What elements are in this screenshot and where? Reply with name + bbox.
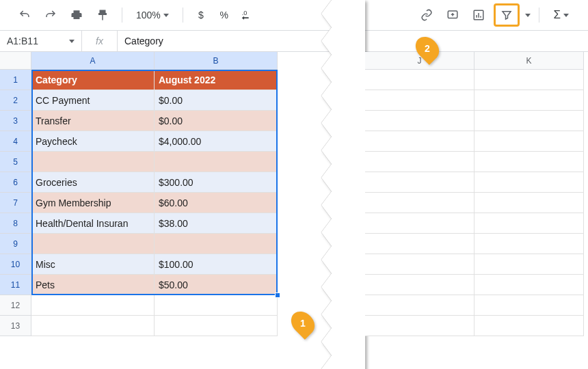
zoom-dropdown[interactable]: 100% (131, 10, 174, 20)
divider (539, 8, 539, 23)
cell[interactable] (365, 70, 475, 90)
row-header[interactable]: 10 (0, 254, 31, 275)
table-row: 12 (0, 295, 301, 316)
cell[interactable] (475, 254, 584, 275)
cell[interactable]: Gym Membership (31, 193, 155, 213)
cell[interactable] (475, 131, 584, 152)
cell[interactable]: $60.00 (155, 193, 278, 213)
cell[interactable]: Health/Dental Insuran (31, 213, 155, 234)
format-currency-button[interactable]: $ (191, 4, 211, 26)
table-row: 7 Gym Membership $60.00 (0, 193, 301, 213)
cell[interactable] (31, 234, 155, 254)
table-row: 10 Misc $100.00 (0, 254, 301, 275)
cell[interactable]: $50.00 (155, 275, 278, 295)
cell[interactable]: Groceries (31, 172, 155, 193)
cell[interactable] (475, 70, 584, 90)
row-header[interactable]: 4 (0, 131, 31, 152)
insert-chart-button[interactable] (468, 4, 490, 26)
decrease-decimal-button[interactable]: .0 (238, 4, 257, 26)
insert-link-button[interactable] (416, 4, 438, 26)
row-header[interactable]: 13 (0, 316, 31, 336)
select-all-corner[interactable] (0, 52, 31, 70)
divider (183, 8, 183, 23)
row-header[interactable]: 8 (0, 213, 31, 234)
grid-left: A B 1 Category August 2022 2 CC Payment … (0, 52, 301, 369)
formula-bar[interactable]: Category (118, 31, 588, 51)
chevron-down-icon (163, 14, 169, 17)
cell[interactable] (475, 275, 584, 295)
cell[interactable] (365, 131, 475, 152)
row-header[interactable]: 6 (0, 172, 31, 193)
cell[interactable] (365, 234, 475, 254)
col-header-B[interactable]: B (155, 52, 278, 70)
cell[interactable]: Transfer (31, 111, 155, 131)
cell[interactable]: CC Payment (31, 90, 155, 111)
row-header[interactable]: 7 (0, 193, 31, 213)
col-header-K[interactable]: K (475, 52, 584, 70)
paint-format-button[interactable] (92, 4, 113, 26)
cell[interactable] (365, 152, 475, 172)
divider (122, 8, 122, 23)
cell[interactable] (475, 90, 584, 111)
cell[interactable] (365, 275, 475, 295)
cell[interactable]: August 2022 (155, 70, 278, 90)
table-row: 4 Paycheck $4,000.00 (0, 131, 301, 152)
row-header[interactable]: 5 (0, 152, 31, 172)
grid: A B 1 Category August 2022 2 CC Payment … (0, 52, 588, 369)
cell[interactable] (365, 213, 475, 234)
row-header[interactable]: 2 (0, 90, 31, 111)
col-header-A[interactable]: A (31, 52, 155, 70)
undo-button[interactable] (14, 4, 36, 26)
selection-handle[interactable] (275, 292, 280, 298)
chevron-down-icon (69, 40, 75, 43)
cell[interactable] (475, 172, 584, 193)
cell[interactable] (365, 90, 475, 111)
filter-dropdown-caret[interactable] (525, 14, 531, 17)
cell[interactable] (365, 316, 475, 336)
cell[interactable] (31, 152, 155, 172)
row-header[interactable]: 3 (0, 111, 31, 131)
redo-button[interactable] (40, 4, 62, 26)
cell[interactable] (155, 234, 278, 254)
table-row: 11 Pets $50.00 (0, 275, 301, 295)
cell[interactable] (475, 316, 584, 336)
functions-dropdown[interactable]: Σ (548, 8, 574, 22)
cell[interactable] (365, 193, 475, 213)
row-header[interactable]: 9 (0, 234, 31, 254)
cell[interactable] (365, 172, 475, 193)
row-header[interactable]: 1 (0, 70, 31, 90)
format-percent-button[interactable]: % (215, 4, 234, 26)
cell[interactable]: $38.00 (155, 213, 278, 234)
cell[interactable]: $0.00 (155, 90, 278, 111)
row-header[interactable]: 11 (0, 275, 31, 295)
cell[interactable] (155, 295, 278, 316)
cell[interactable]: $4,000.00 (155, 131, 278, 152)
cell[interactable] (31, 316, 155, 336)
cell[interactable]: Paycheck (31, 131, 155, 152)
cell[interactable]: Category (31, 70, 155, 90)
cell[interactable] (155, 152, 278, 172)
cell[interactable] (155, 316, 278, 336)
cell[interactable]: Pets (31, 275, 155, 295)
print-button[interactable] (66, 4, 88, 26)
cell[interactable] (475, 213, 584, 234)
cell[interactable] (475, 152, 584, 172)
cell[interactable]: $300.00 (155, 172, 278, 193)
cell[interactable] (475, 111, 584, 131)
row-header[interactable]: 12 (0, 295, 31, 316)
cell[interactable]: $0.00 (155, 111, 278, 131)
cell[interactable]: $100.00 (155, 254, 278, 275)
cell[interactable] (475, 234, 584, 254)
filter-button[interactable] (496, 6, 517, 24)
cell[interactable] (475, 193, 584, 213)
cell[interactable] (31, 295, 155, 316)
cell[interactable]: Misc (31, 254, 155, 275)
formula-value: Category (124, 36, 163, 46)
cell[interactable] (365, 254, 475, 275)
insert-comment-button[interactable] (442, 4, 464, 26)
cell[interactable] (365, 111, 475, 131)
cell[interactable] (475, 295, 584, 316)
table-row: 5 (0, 152, 301, 172)
name-box[interactable]: A1:B11 (0, 31, 82, 51)
cell[interactable] (365, 295, 475, 316)
